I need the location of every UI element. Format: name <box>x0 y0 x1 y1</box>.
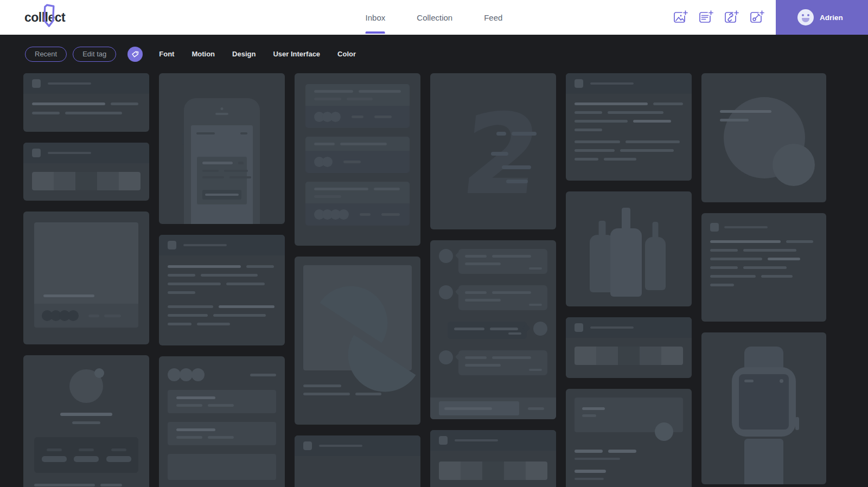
skeleton-shape <box>653 102 683 105</box>
logo[interactable]: colllect <box>24 0 65 35</box>
tab-collection-label: Collection <box>417 13 452 22</box>
card-text-placeholder[interactable] <box>159 235 285 345</box>
tag-color[interactable]: Color <box>329 50 365 58</box>
skeleton-shape <box>314 195 401 198</box>
skeleton-shape <box>761 275 793 278</box>
card-bottles-illustration-placeholder[interactable] <box>566 191 692 306</box>
card-image-post-placeholder[interactable] <box>23 212 149 344</box>
user-menu[interactable]: Adrien <box>776 0 868 35</box>
skeleton-shape <box>202 190 241 200</box>
skeleton-shape <box>506 180 528 183</box>
skeleton-shape <box>88 315 99 317</box>
skeleton-shape <box>575 158 683 161</box>
skeleton-shape <box>168 274 276 277</box>
skeleton-shape <box>661 347 683 365</box>
skeleton-shape <box>168 265 276 268</box>
card-palette-placeholder[interactable] <box>566 317 692 378</box>
add-note-button[interactable] <box>698 9 714 25</box>
chat-input-placeholder <box>430 398 556 419</box>
tab-inbox[interactable]: Inbox <box>366 0 386 35</box>
skeleton-shape <box>458 249 547 274</box>
skeleton-shape <box>465 255 487 258</box>
add-image-button[interactable] <box>672 9 688 25</box>
skeleton-shape <box>710 258 818 260</box>
tag-motion[interactable]: Motion <box>183 50 224 58</box>
tag-user-interface[interactable]: User Interface <box>264 50 329 58</box>
skeleton-shape <box>575 458 620 460</box>
skeleton-shape <box>439 401 519 415</box>
card-logo-shot-placeholder[interactable] <box>295 257 420 425</box>
skeleton-shape <box>202 162 233 164</box>
skeleton-shape <box>465 291 487 294</box>
card-palette-placeholder[interactable] <box>23 143 149 201</box>
skeleton-shape <box>32 102 105 105</box>
skeleton-shape <box>529 304 542 306</box>
skeleton-shape <box>168 323 192 325</box>
skeleton-shape <box>305 182 410 226</box>
skeleton-shape <box>492 291 531 294</box>
skeleton-shape <box>720 110 771 113</box>
skeleton-shape <box>655 422 673 441</box>
skeleton-shape <box>32 79 41 88</box>
card-profile-placeholder[interactable] <box>23 355 149 487</box>
skeleton-shape <box>575 120 628 123</box>
recent-button-label: Recent <box>35 50 57 58</box>
card-article-list-placeholder[interactable] <box>566 389 692 487</box>
skeleton-shape <box>32 112 141 114</box>
skeleton-shape <box>168 368 276 381</box>
skeleton-shape <box>180 368 193 381</box>
grid-column-1 <box>23 73 149 487</box>
tag-font[interactable]: Font <box>150 50 183 58</box>
skeleton-shape <box>168 314 276 317</box>
skeleton-shape <box>710 240 818 243</box>
skeleton-shape <box>710 240 781 243</box>
skeleton-shape <box>575 149 683 152</box>
skeleton-shape <box>795 417 799 430</box>
skeleton-shape <box>32 102 141 105</box>
card-note-placeholder[interactable] <box>295 435 420 487</box>
card-chat-placeholder[interactable] <box>430 240 556 419</box>
skeleton-shape <box>168 283 276 285</box>
card-text-placeholder[interactable] <box>701 213 826 322</box>
skeleton-shape <box>224 170 248 172</box>
card-circles-illustration-placeholder[interactable] <box>701 73 826 202</box>
tag-design[interactable]: Design <box>224 50 264 58</box>
top-bar: colllect Inbox Collection Feed <box>0 0 868 35</box>
skeleton-shape <box>305 182 410 203</box>
tab-feed[interactable]: Feed <box>484 0 502 35</box>
card-list-placeholder[interactable] <box>159 356 285 487</box>
card-note-placeholder[interactable] <box>23 73 149 132</box>
skeleton-shape <box>32 149 41 157</box>
card-text-placeholder[interactable] <box>566 73 692 181</box>
skeleton-shape <box>710 284 734 286</box>
skeleton-shape <box>240 132 247 134</box>
skeleton-shape <box>176 428 215 431</box>
add-link-button[interactable] <box>723 9 739 25</box>
skeleton-shape <box>168 422 276 445</box>
watch-strap-bottom <box>744 439 783 484</box>
skeleton-shape <box>314 90 401 93</box>
card-mobile-mockup-placeholder[interactable] <box>159 73 285 224</box>
skeleton-shape <box>374 116 392 118</box>
recent-button[interactable]: Recent <box>25 47 67 62</box>
card-smartwatch-illustration-placeholder[interactable] <box>701 332 826 484</box>
tag-filter-button[interactable] <box>127 47 143 62</box>
link-plus-icon <box>724 10 739 25</box>
skeleton-shape <box>575 478 683 480</box>
edit-tag-button[interactable]: Edit tag <box>73 47 116 62</box>
skeleton-shape <box>566 73 692 94</box>
skeleton-shape <box>458 350 547 375</box>
add-color-button[interactable] <box>749 9 765 25</box>
card-notifications-placeholder[interactable] <box>295 73 420 246</box>
card-palette-placeholder[interactable] <box>430 430 556 487</box>
tab-collection[interactable]: Collection <box>417 0 452 35</box>
skeleton-shape <box>168 241 176 249</box>
skeleton-shape <box>439 350 547 375</box>
card-numeral-illustration-placeholder[interactable]: 2 <box>430 73 556 229</box>
skeleton-shape <box>182 133 184 145</box>
skeleton-shape <box>201 274 258 277</box>
skeleton-shape <box>622 208 630 229</box>
skeleton-shape <box>608 450 636 453</box>
skeleton-shape <box>465 262 501 265</box>
skeleton-shape <box>176 404 202 407</box>
